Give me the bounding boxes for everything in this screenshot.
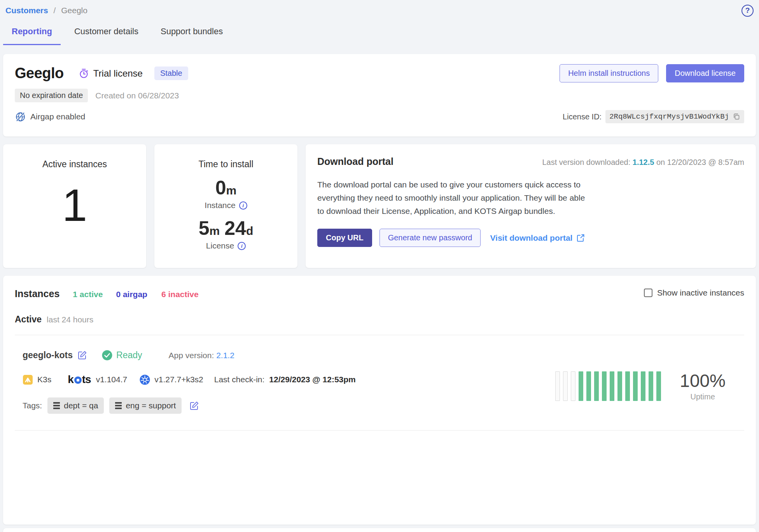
breadcrumb-current: Geeglo (61, 6, 87, 15)
breadcrumb-customers-link[interactable]: Customers (5, 6, 48, 15)
last-version-downloaded: Last version downloaded: 1.12.5 on 12/20… (542, 158, 744, 167)
app-version-label: App version: (169, 351, 217, 360)
download-license-button[interactable]: Download license (666, 64, 744, 82)
stopwatch-icon (79, 68, 89, 79)
uptime-bar (555, 371, 560, 401)
instances-title: Instances (15, 288, 59, 299)
inactive-count[interactable]: 6 inactive (161, 290, 199, 299)
breadcrumb-separator: / (54, 6, 56, 15)
ready-label: Ready (116, 350, 142, 360)
generate-new-password-button[interactable]: Generate new password (380, 229, 481, 247)
distribution-label: K3s (37, 375, 51, 384)
tag-badge[interactable]: dept = qa (47, 397, 104, 414)
tab-customer-details[interactable]: Customer details (66, 26, 147, 45)
active-section-sublabel: last 24 hours (47, 315, 93, 324)
show-inactive-label: Show inactive instances (657, 288, 744, 298)
instance-status: Ready (102, 350, 142, 360)
copy-url-button[interactable]: Copy URL (317, 229, 372, 247)
uptime-bar (641, 371, 645, 401)
customer-header-card: Geeglo Trial license Stable Helm install… (3, 54, 756, 136)
time-to-install-title: Time to install (198, 159, 253, 170)
copy-icon[interactable] (733, 113, 740, 121)
license-type: Trial license (79, 68, 143, 79)
license-id-label: License ID: (563, 112, 602, 121)
kubernetes-version-group: v1.27.7+k3s2 (140, 374, 203, 385)
kots-logo-k: k (68, 373, 73, 386)
uptime-bar (586, 371, 591, 401)
channel-badge: Stable (154, 66, 188, 80)
edit-tags-icon[interactable] (189, 401, 199, 411)
tag-bars-icon (115, 402, 122, 409)
tag-bars-icon (53, 402, 60, 409)
app-version-link[interactable]: 2.1.2 (216, 351, 234, 360)
kots-logo-ts: ts (82, 373, 91, 386)
last-version-number[interactable]: 1.12.5 (633, 158, 654, 166)
visit-download-portal-label: Visit download portal (490, 233, 572, 243)
uptime-bar (602, 371, 607, 401)
active-instances-value: 1 (62, 183, 87, 228)
instances-card: Instances 1 active 0 airgap 6 inactive S… (3, 276, 756, 525)
tags-label: Tags: (23, 401, 42, 410)
page: Customers / Geeglo ? Reporting Customer … (0, 0, 759, 532)
uptime-bar (617, 371, 622, 401)
instance-row: geeglo-kots (15, 335, 744, 414)
last-version-suffix: on 12/20/2023 @ 8:57am (654, 158, 744, 166)
uptime-percentage: 100% (680, 371, 726, 391)
app-version: App version: 2.1.2 (169, 351, 234, 360)
help-icon[interactable]: ? (742, 5, 754, 17)
info-icon[interactable]: i (238, 242, 246, 250)
kots-version: v1.104.7 (96, 375, 128, 384)
show-inactive-checkbox[interactable] (644, 289, 652, 297)
download-portal-card: Download portal Last version downloaded:… (306, 144, 756, 268)
uptime-block: 100% Uptime (555, 359, 726, 414)
uptime-bar (571, 371, 575, 401)
license-id-value: 2Rq8WLcsjfxqrMysjvB1WodYkBj (605, 110, 744, 123)
uptime-bar (594, 371, 599, 401)
tti-license-group: 5m24d License i (199, 219, 253, 250)
metrics-row: Active instances 1 Time to install 0m In… (3, 144, 756, 268)
tag-label: dept = qa (64, 401, 98, 410)
last-checkin-label: Last check-in: (214, 375, 265, 384)
tab-reporting[interactable]: Reporting (3, 26, 61, 45)
divider (15, 430, 744, 430)
helm-install-instructions-button[interactable]: Helm install instructions (560, 64, 658, 82)
uptime-bar (610, 371, 614, 401)
instance-name: geeglo-kots (23, 350, 73, 360)
uptime-bar (579, 371, 583, 401)
tti-instance-group: 0m Instance i (205, 178, 247, 210)
tab-support-bundles[interactable]: Support bundles (152, 26, 231, 45)
topbar: Customers / Geeglo ? (3, 0, 756, 16)
license-type-label: Trial license (93, 68, 143, 79)
uptime-bars (555, 371, 661, 401)
kots-logo-o-icon (74, 376, 82, 384)
airgap-label: Airgap enabled (30, 112, 85, 121)
uptime-bar (563, 371, 568, 401)
visit-download-portal-link[interactable]: Visit download portal (490, 233, 585, 243)
tti-license-label: License (206, 241, 234, 250)
kubernetes-icon (140, 374, 150, 385)
airgap-row: Airgap enabled (15, 111, 85, 122)
license-id-row: License ID: 2Rq8WLcsjfxqrMysjvB1WodYkBj (563, 110, 744, 123)
license-id-text: 2Rq8WLcsjfxqrMysjvB1WodYkBj (609, 112, 729, 121)
uptime-bar (633, 371, 638, 401)
tti-license-unit-1: m (210, 224, 220, 237)
tag-badge[interactable]: eng = support (109, 397, 182, 414)
active-count[interactable]: 1 active (73, 290, 103, 299)
show-inactive-toggle: Show inactive instances (644, 288, 744, 298)
info-icon[interactable]: i (239, 201, 247, 210)
breadcrumb: Customers / Geeglo (5, 6, 87, 15)
created-on-label: Created on 06/28/2023 (95, 91, 179, 100)
uptime-bar (649, 371, 653, 401)
kubernetes-version: v1.27.7+k3s2 (154, 375, 203, 384)
airgap-count[interactable]: 0 airgap (116, 290, 147, 299)
tag-label: eng = support (126, 401, 176, 410)
active-instances-card: Active instances 1 (3, 144, 146, 268)
uptime-bar (625, 371, 630, 401)
tti-license-unit-2: d (246, 224, 253, 237)
tti-instance-unit: m (226, 184, 237, 197)
tti-instance-label: Instance (205, 201, 235, 210)
tti-instance-value: 0 (215, 177, 226, 199)
distribution: K3s (23, 374, 51, 385)
tti-license-value-2: 24 (224, 217, 246, 239)
edit-instance-name-icon[interactable] (77, 350, 87, 360)
